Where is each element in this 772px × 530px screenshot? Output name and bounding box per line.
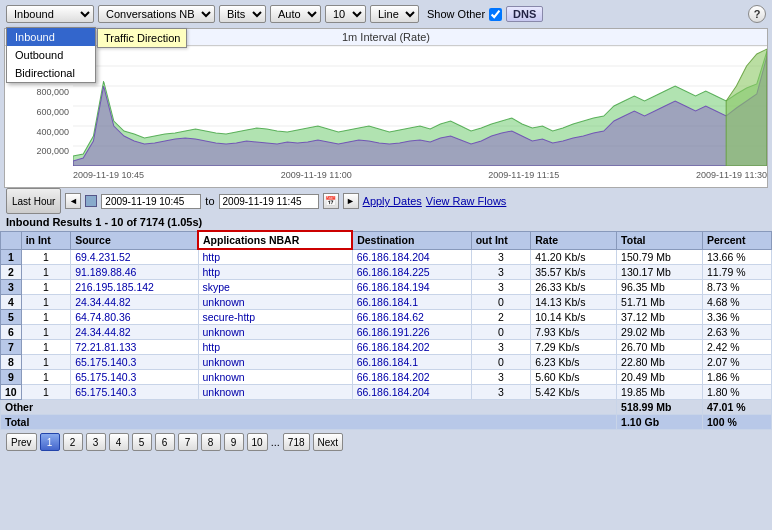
cell-total: 51.71 Mb <box>617 295 703 310</box>
to-time-input[interactable] <box>219 194 319 209</box>
cell-app: secure-http <box>198 310 352 325</box>
last-hour-button[interactable]: Last Hour <box>6 188 61 214</box>
cell-source: 69.4.231.52 <box>71 249 198 265</box>
cell-rate: 41.20 Kb/s <box>531 249 617 265</box>
col-percent[interactable]: Percent <box>702 231 771 249</box>
conversations-select[interactable]: Conversations NB <box>98 5 215 23</box>
cell-dest: 66.186.184.1 <box>352 295 471 310</box>
cell-source: 64.74.80.36 <box>71 310 198 325</box>
table-row: 1 1 69.4.231.52 http 66.186.184.204 3 41… <box>1 249 772 265</box>
cell-percent: 3.36 % <box>702 310 771 325</box>
table-row: 3 1 216.195.185.142 skype 66.186.184.194… <box>1 280 772 295</box>
cell-in-int: 1 <box>21 249 70 265</box>
total-percent: 100 % <box>702 415 771 430</box>
table-row: 5 1 64.74.80.36 secure-http 66.186.184.6… <box>1 310 772 325</box>
page-7-button[interactable]: 7 <box>178 433 198 451</box>
page-8-button[interactable]: 8 <box>201 433 221 451</box>
cell-app: http <box>198 249 352 265</box>
cell-out-int: 3 <box>471 370 531 385</box>
cell-rate: 10.14 Kb/s <box>531 310 617 325</box>
cell-app: unknown <box>198 370 352 385</box>
bits-select[interactable]: Bits <box>219 5 266 23</box>
direction-select[interactable]: Inbound Outbound Bidirectional <box>6 5 94 23</box>
calendar-icon[interactable]: 📅 <box>323 193 339 209</box>
cell-num: 6 <box>1 325 22 340</box>
col-app-nbar[interactable]: Applications NBAR <box>198 231 352 249</box>
direction-dropdown-container: Inbound Outbound Bidirectional Inbound O… <box>6 5 94 23</box>
dropdown-item-outbound[interactable]: Outbound <box>7 46 95 64</box>
col-in-int[interactable]: in Int <box>21 231 70 249</box>
cell-total: 96.35 Mb <box>617 280 703 295</box>
prev-nav-button[interactable]: ◄ <box>65 193 81 209</box>
cell-dest: 66.186.184.204 <box>352 385 471 400</box>
time-icon <box>85 195 97 207</box>
col-rate[interactable]: Rate <box>531 231 617 249</box>
show-other-checkbox[interactable] <box>489 8 502 21</box>
cell-in-int: 1 <box>21 295 70 310</box>
x-label-1: 2009-11-19 11:00 <box>281 170 352 180</box>
chart-svg <box>73 46 767 166</box>
help-button[interactable]: ? <box>748 5 766 23</box>
col-source[interactable]: Source <box>71 231 198 249</box>
cell-percent: 2.07 % <box>702 355 771 370</box>
page-2-button[interactable]: 2 <box>63 433 83 451</box>
page-5-button[interactable]: 5 <box>132 433 152 451</box>
x-label-2: 2009-11-19 11:15 <box>488 170 559 180</box>
top-bar: Inbound Outbound Bidirectional Inbound O… <box>0 0 772 28</box>
cell-percent: 1.80 % <box>702 385 771 400</box>
table-row: 9 1 65.175.140.3 unknown 66.186.184.202 … <box>1 370 772 385</box>
cell-in-int: 1 <box>21 340 70 355</box>
y-label-3: 600,000 <box>7 107 71 117</box>
line-select[interactable]: Line <box>370 5 419 23</box>
next-page-button[interactable]: Next <box>313 433 344 451</box>
page-1-button[interactable]: 1 <box>40 433 60 451</box>
cell-total: 26.70 Mb <box>617 340 703 355</box>
x-label-3: 2009-11-19 11:30 <box>696 170 767 180</box>
cell-app: unknown <box>198 385 352 400</box>
col-total[interactable]: Total <box>617 231 703 249</box>
auto-select[interactable]: Auto <box>270 5 321 23</box>
cell-total: 150.79 Mb <box>617 249 703 265</box>
table-row: 7 1 72.21.81.133 http 66.186.184.202 3 7… <box>1 340 772 355</box>
page-6-button[interactable]: 6 <box>155 433 175 451</box>
page-3-button[interactable]: 3 <box>86 433 106 451</box>
cell-out-int: 3 <box>471 340 531 355</box>
cell-app: http <box>198 340 352 355</box>
table-container: in Int Source Applications NBAR Destinat… <box>0 230 772 430</box>
ten-select[interactable]: 10 <box>325 5 366 23</box>
cell-total: 19.85 Mb <box>617 385 703 400</box>
page-10-button[interactable]: 10 <box>247 433 268 451</box>
cell-in-int: 1 <box>21 310 70 325</box>
from-time-input[interactable] <box>101 194 201 209</box>
col-destination[interactable]: Destination <box>352 231 471 249</box>
apply-dates-link[interactable]: Apply Dates <box>363 195 422 207</box>
cell-num: 4 <box>1 295 22 310</box>
dns-button[interactable]: DNS <box>506 6 543 22</box>
table-row: 10 1 65.175.140.3 unknown 66.186.184.204… <box>1 385 772 400</box>
cell-total: 29.02 Mb <box>617 325 703 340</box>
page-4-button[interactable]: 4 <box>109 433 129 451</box>
total-label: Total <box>1 415 617 430</box>
cell-source: 24.34.44.82 <box>71 325 198 340</box>
svg-marker-8 <box>726 49 767 166</box>
cell-rate: 5.42 Kb/s <box>531 385 617 400</box>
prev-page-button[interactable]: Prev <box>6 433 37 451</box>
view-raw-flows-link[interactable]: View Raw Flows <box>426 195 507 207</box>
cell-num: 10 <box>1 385 22 400</box>
dropdown-item-bidirectional[interactable]: Bidirectional <box>7 64 95 82</box>
other-total: 518.99 Mb <box>617 400 703 415</box>
y-label-5: 200,000 <box>7 146 71 156</box>
page-718-button[interactable]: 718 <box>283 433 310 451</box>
cell-total: 22.80 Mb <box>617 355 703 370</box>
svg-marker-7 <box>73 56 767 166</box>
dropdown-item-inbound[interactable]: Inbound <box>7 28 95 46</box>
cell-out-int: 3 <box>471 265 531 280</box>
cell-total: 37.12 Mb <box>617 310 703 325</box>
pagination-bar: Prev 1 2 3 4 5 6 7 8 9 10 ... 718 Next <box>0 430 772 454</box>
page-9-button[interactable]: 9 <box>224 433 244 451</box>
cell-percent: 8.73 % <box>702 280 771 295</box>
next-nav-button[interactable]: ► <box>343 193 359 209</box>
direction-tooltip: Traffic Direction <box>97 28 187 48</box>
col-out-int[interactable]: out Int <box>471 231 531 249</box>
chart-area: 1,200,000 1,000,000 800,000 600,000 400,… <box>5 46 767 184</box>
